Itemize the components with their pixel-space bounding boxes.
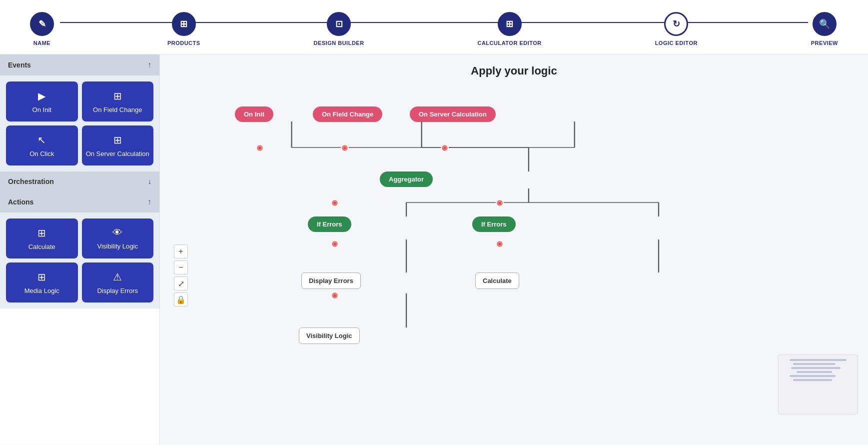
zoom-controls: + − ⤢ 🔒 [174, 244, 188, 306]
step-name-circle: ✎ [30, 12, 54, 36]
events-section-header[interactable]: Events ↑ [0, 54, 159, 76]
conn-dot-4: × [331, 199, 339, 207]
on-init-node[interactable]: On Init [235, 106, 273, 122]
display-errors-node-label: Display Errors [309, 277, 353, 284]
media-logic-icon: ⊞ [37, 271, 46, 283]
display-errors-icon: ⚠ [113, 271, 122, 283]
display-errors-node[interactable]: Display Errors [301, 272, 361, 289]
canvas-title: Apply your logic [170, 64, 858, 78]
conn-dot-5: × [496, 199, 504, 207]
step-preview[interactable]: 🔍 PREVIEW [811, 12, 838, 46]
step-logic-circle: ↻ [664, 12, 688, 36]
actions-section-header[interactable]: Actions ↑ [0, 192, 159, 212]
zoom-fit-button[interactable]: ⤢ [174, 276, 188, 290]
step-calculator-editor[interactable]: ⊞ CALCULATOR EDITOR [477, 12, 541, 46]
on-server-calc-node[interactable]: On Server Calculation [410, 106, 496, 122]
step-logic-label: LOGIC EDITOR [655, 40, 698, 46]
calculate-icon: ⊞ [37, 227, 46, 239]
aggregator-node-label: Aggregator [389, 176, 424, 183]
aggregator-node[interactable]: Aggregator [380, 172, 433, 187]
mini-map [778, 354, 858, 414]
conn-dot-7: × [496, 240, 504, 248]
events-arrow: ↑ [147, 60, 151, 70]
step-calc-circle: ⊞ [498, 12, 522, 36]
orchestration-section-header[interactable]: Orchestration ↓ [0, 172, 159, 192]
mini-line-2 [793, 363, 836, 365]
if-errors-2-node[interactable]: If Errors [472, 216, 516, 232]
display-errors-button[interactable]: ⚠ Display Errors [82, 262, 154, 302]
visibility-logic-label: Visibility Logic [97, 242, 138, 250]
calculate-button[interactable]: ⊞ Calculate [6, 218, 78, 258]
mini-map-content [779, 355, 858, 385]
mini-line-3 [791, 367, 841, 369]
on-server-calc-icon: ⊞ [113, 134, 122, 146]
visibility-logic-node-label: Visibility Logic [306, 332, 352, 340]
mini-line-4 [797, 371, 832, 373]
zoom-out-button[interactable]: − [174, 260, 188, 274]
step-name[interactable]: ✎ NAME [30, 12, 54, 46]
step-design-circle: ⊡ [327, 12, 351, 36]
on-server-calc-node-label: On Server Calculation [419, 110, 487, 118]
if-errors-1-node[interactable]: If Errors [308, 216, 351, 232]
step-preview-circle: 🔍 [813, 12, 837, 36]
on-field-change-button[interactable]: ⊞ On Field Change [82, 82, 154, 122]
media-logic-button[interactable]: ⊞ Media Logic [6, 262, 78, 302]
orchestration-arrow: ↓ [148, 178, 151, 186]
actions-grid: ⊞ Calculate 👁 Visibility Logic ⊞ Media L… [0, 212, 159, 308]
display-errors-label: Display Errors [97, 287, 138, 294]
step-calc-label: CALCULATOR EDITOR [477, 40, 541, 46]
visibility-logic-icon: 👁 [112, 227, 122, 238]
on-field-change-icon: ⊞ [113, 90, 122, 102]
on-field-change-node-label: On Field Change [322, 110, 373, 118]
events-label: Events [8, 61, 31, 69]
calculate-label: Calculate [28, 243, 55, 250]
media-logic-label: Media Logic [24, 287, 59, 294]
conn-dot-3: × [441, 144, 449, 152]
on-init-node-label: On Init [244, 110, 264, 118]
on-click-icon: ↖ [37, 134, 46, 146]
events-grid: ▶ On Init ⊞ On Field Change ↖ On Click ⊞… [0, 76, 159, 172]
canvas-area: Apply your logic + − ⤢ 🔒 [160, 54, 868, 444]
conn-dot-6: × [331, 240, 339, 248]
step-preview-label: PREVIEW [811, 40, 838, 46]
main-content: Events ↑ ▶ On Init ⊞ On Field Change ↖ O… [0, 54, 868, 444]
step-products-circle: ⊞ [172, 12, 196, 36]
conn-dot-8: × [331, 292, 339, 300]
actions-arrow: ↑ [147, 198, 151, 206]
actions-label: Actions [8, 198, 33, 206]
on-init-label: On Init [32, 106, 51, 114]
visibility-logic-node[interactable]: Visibility Logic [299, 328, 360, 344]
step-logic-editor[interactable]: ↻ LOGIC EDITOR [655, 12, 698, 46]
on-click-label: On Click [29, 150, 54, 158]
calculate-node-label: Calculate [483, 277, 512, 284]
step-design-label: DESIGN BUILDER [313, 40, 364, 46]
stepper: ✎ NAME ⊞ PRODUCTS ⊡ DESIGN BUILDER ⊞ CAL… [0, 0, 868, 54]
conn-dot-2: × [341, 144, 349, 152]
step-name-label: NAME [33, 40, 50, 46]
mini-line-6 [793, 379, 832, 381]
on-server-calc-label: On Server Calculation [86, 150, 149, 158]
step-products-label: PRODUCTS [167, 40, 200, 46]
calculate-node[interactable]: Calculate [475, 272, 519, 289]
mini-line-1 [790, 359, 847, 361]
on-click-button[interactable]: ↖ On Click [6, 126, 78, 166]
conn-dot-1: × [256, 144, 264, 152]
on-init-button[interactable]: ▶ On Init [6, 82, 78, 122]
sidebar: Events ↑ ▶ On Init ⊞ On Field Change ↖ O… [0, 54, 160, 444]
mini-line-5 [790, 375, 836, 377]
on-field-change-node[interactable]: On Field Change [313, 106, 382, 122]
flow-svg [200, 92, 868, 442]
zoom-lock-button[interactable]: 🔒 [174, 292, 188, 306]
if-errors-1-label: If Errors [317, 220, 342, 228]
step-products[interactable]: ⊞ PRODUCTS [167, 12, 200, 46]
flow-diagram: × × × × × × × × On Init On Field Change … [200, 92, 868, 442]
step-design-builder[interactable]: ⊡ DESIGN BUILDER [313, 12, 364, 46]
on-server-calculation-button[interactable]: ⊞ On Server Calculation [82, 126, 154, 166]
zoom-in-button[interactable]: + [174, 244, 188, 258]
on-field-change-label: On Field Change [93, 106, 142, 114]
visibility-logic-button[interactable]: 👁 Visibility Logic [82, 218, 154, 258]
orchestration-label: Orchestration [8, 178, 54, 186]
if-errors-2-label: If Errors [481, 220, 507, 228]
on-init-icon: ▶ [38, 90, 45, 102]
